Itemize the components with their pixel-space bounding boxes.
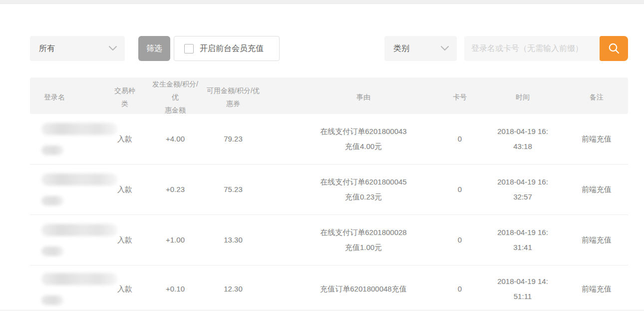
card-number-cell: 0	[439, 232, 480, 248]
chevron-down-icon	[441, 46, 449, 51]
table-body: 入款 +4.00 79.23 在线支付订单6201800043充值4.00元 0…	[30, 114, 628, 312]
time-cell: 2018-04-19 16:43:18	[480, 124, 565, 154]
login-cell	[30, 224, 100, 256]
redacted-login-blur	[41, 273, 117, 285]
table-row[interactable]: 入款 +0.10 12.30 充值订单6201800048充值 0 2018-0…	[30, 265, 628, 312]
top-divider-strip	[0, 0, 644, 4]
column-header-card: 卡号	[439, 90, 480, 104]
amount-cell: +0.10	[150, 282, 201, 296]
redacted-login-blur	[41, 224, 117, 236]
amount-cell: +1.00	[150, 232, 201, 248]
reason-cell: 在线支付订单6201800028充值1.00元	[266, 225, 439, 255]
column-header-available: 可用金额/积分/优惠券	[201, 84, 266, 110]
toolbar: 所有 筛选 开启前台会员充值 类别	[30, 36, 628, 61]
table-row[interactable]: 入款 +0.23 75.23 在线支付订单6201800045充值0.23元 0…	[30, 164, 628, 214]
redacted-login-blur	[41, 146, 63, 155]
reason-cell: 在线支付订单6201800045充值0.23元	[266, 174, 439, 204]
column-header-note: 备注	[565, 90, 628, 104]
available-balance-cell: 13.30	[201, 232, 266, 248]
member-recharge-records-page: 所有 筛选 开启前台会员充值 类别 登录名交易种类发生金额/积分/优惠金额可用金…	[0, 0, 644, 312]
bottom-divider	[0, 310, 644, 310]
magnifier-icon	[608, 42, 621, 55]
redacted-login-blur	[41, 296, 63, 305]
column-header-amount: 发生金额/积分/优惠金额	[150, 78, 201, 116]
category-value: 类别	[393, 44, 409, 54]
category-dropdown[interactable]: 类别	[384, 36, 457, 61]
available-balance-cell: 79.23	[201, 132, 266, 146]
login-cell	[30, 123, 100, 155]
redacted-login-blur	[41, 246, 63, 256]
time-cell: 2018-04-19 14:51:11	[480, 274, 565, 304]
amount-cell: +4.00	[150, 132, 201, 146]
column-header-login: 登录名	[30, 90, 100, 104]
note-cell: 前端充值	[565, 282, 628, 296]
note-cell: 前端充值	[565, 232, 628, 248]
recharge-records-table: 登录名交易种类发生金额/积分/优惠金额可用金额/积分/优惠券事由卡号时间备注 入…	[30, 78, 628, 312]
login-cell	[30, 273, 100, 305]
note-cell: 前端充值	[565, 182, 628, 197]
card-number-cell: 0	[439, 132, 480, 146]
redacted-login-blur	[41, 123, 117, 135]
table-row[interactable]: 入款 +1.00 13.30 在线支付订单6201800028充值1.00元 0…	[30, 214, 628, 265]
amount-cell: +0.23	[150, 182, 201, 197]
checkbox-icon[interactable]	[184, 44, 194, 54]
search-button[interactable]	[600, 36, 628, 61]
time-cell: 2018-04-19 16:32:57	[480, 174, 565, 204]
available-balance-cell: 75.23	[201, 182, 266, 197]
redacted-login-blur	[41, 174, 117, 186]
table-header-row: 登录名交易种类发生金额/积分/优惠金额可用金额/积分/优惠券事由卡号时间备注	[30, 78, 628, 114]
card-number-cell: 0	[439, 282, 480, 296]
note-cell: 前端充值	[565, 132, 628, 146]
status-filter-value: 所有	[39, 44, 55, 54]
card-number-cell: 0	[439, 182, 480, 197]
reason-cell: 在线支付订单6201800043充值4.00元	[266, 124, 439, 154]
reason-cell: 充值订单6201800048充值	[266, 282, 439, 296]
checkbox-label: 开启前台会员充值	[200, 44, 264, 54]
column-header-time: 时间	[480, 90, 565, 104]
search-input[interactable]	[464, 36, 600, 61]
column-header-type: 交易种类	[100, 84, 150, 110]
filter-button[interactable]: 筛选	[138, 36, 170, 61]
chevron-down-icon	[109, 46, 117, 51]
table-row[interactable]: 入款 +4.00 79.23 在线支付订单6201800043充值4.00元 0…	[30, 114, 628, 164]
status-filter-dropdown[interactable]: 所有	[30, 36, 125, 61]
column-header-reason: 事由	[266, 90, 439, 104]
redacted-login-blur	[41, 196, 63, 206]
enable-front-recharge-checkbox[interactable]: 开启前台会员充值	[174, 36, 280, 61]
login-cell	[30, 174, 100, 206]
available-balance-cell: 12.30	[201, 282, 266, 296]
time-cell: 2018-04-19 16:31:41	[480, 225, 565, 255]
